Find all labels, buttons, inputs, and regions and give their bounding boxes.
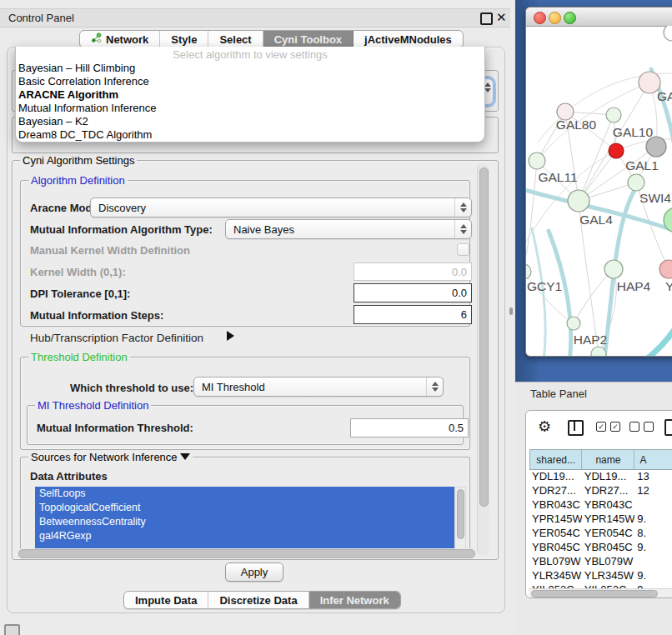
attribute-item-betweennesscentrality[interactable]: BetweennessCentrality bbox=[35, 515, 465, 529]
table-cell[interactable]: YBL079W bbox=[529, 554, 582, 568]
network-node[interactable] bbox=[664, 26, 672, 41]
network-canvas[interactable]: GALGAL80GAL10GAL1GAL11SWI4GAL4GCY1HAP4YH… bbox=[526, 26, 672, 356]
table-cell[interactable]: YBR043C bbox=[529, 498, 582, 512]
dpi-tolerance-field[interactable]: 0.0 bbox=[354, 283, 472, 302]
zoom-traffic-light[interactable] bbox=[564, 12, 576, 24]
tab-jactivemnodules[interactable]: jActiveMNodules bbox=[354, 31, 463, 48]
algorithm-option-aracne-algorithm[interactable]: ARACNE Algorithm bbox=[16, 88, 484, 102]
tab-network[interactable]: Network bbox=[80, 31, 160, 48]
algorithm-option-mutual-information-inference[interactable]: Mutual Information Inference bbox=[16, 102, 484, 115]
table-cell[interactable]: YDR27... bbox=[582, 483, 635, 498]
settings-vscroll-thumb[interactable] bbox=[479, 168, 489, 507]
table-cell[interactable]: YIL053C bbox=[582, 582, 635, 588]
apply-button[interactable]: Apply bbox=[225, 562, 283, 582]
table-row[interactable]: YPR145WYPR145W9. bbox=[529, 512, 672, 526]
table-column-header-name[interactable]: name bbox=[582, 450, 634, 470]
network-node[interactable] bbox=[567, 317, 580, 330]
aracne-mode-combobox[interactable]: Discovery bbox=[90, 198, 472, 218]
tab-select[interactable]: Select bbox=[208, 31, 263, 48]
tab-style[interactable]: Style bbox=[160, 31, 208, 48]
hub-definition-label[interactable]: Hub/Transcription Factor Definition bbox=[30, 332, 203, 344]
table-cell[interactable]: 8. bbox=[634, 526, 672, 540]
network-node[interactable] bbox=[529, 152, 545, 169]
bottom-tab-impute-data[interactable]: Impute Data bbox=[124, 592, 208, 608]
collapse-arrow-icon[interactable] bbox=[180, 453, 190, 460]
table-row[interactable]: YBL079WYBL079W bbox=[529, 554, 672, 568]
table-row[interactable]: YDL19...YDL19...13 bbox=[529, 469, 672, 483]
table-cell[interactable]: YER054C bbox=[582, 526, 635, 540]
table-horizontal-scrollbar[interactable] bbox=[529, 588, 672, 598]
table-cell[interactable]: YIL053C bbox=[529, 582, 582, 588]
table-hscroll-thumb[interactable] bbox=[531, 590, 658, 598]
network-node[interactable] bbox=[526, 264, 531, 279]
network-node[interactable] bbox=[606, 108, 621, 122]
table-row[interactable]: YDR27...YDR27...12 bbox=[529, 483, 672, 498]
attributes-scroll-thumb[interactable] bbox=[457, 489, 464, 539]
attribute-item-topologicalcoefficient[interactable]: TopologicalCoefficient bbox=[35, 501, 465, 515]
network-node[interactable] bbox=[604, 260, 623, 278]
table-cell[interactable]: YBR045C bbox=[582, 540, 635, 554]
algorithm-option-bayesian-k2[interactable]: Bayesian – K2 bbox=[16, 115, 484, 128]
algorithm-option-bayesian-hill-climbing[interactable]: Bayesian – Hill Climbing bbox=[16, 62, 484, 75]
close-icon[interactable]: ✕ bbox=[496, 10, 507, 25]
settings-horizontal-scrollbar[interactable] bbox=[17, 548, 477, 558]
panel-divider-grip[interactable] bbox=[509, 308, 513, 315]
select-all-checks-icon[interactable]: ✓✓ bbox=[596, 422, 620, 432]
algorithm-option-dream8-dc-tdc-algorithm[interactable]: Dream8 DC_TDC Algorithm bbox=[16, 128, 484, 142]
tab-cyni-toolbox[interactable]: Cyni Toolbox bbox=[263, 31, 354, 48]
gear-icon[interactable]: ⚙ bbox=[538, 418, 551, 436]
table-column-header-shared[interactable]: shared... bbox=[530, 450, 582, 470]
table-column-header-a[interactable]: A bbox=[634, 450, 672, 470]
minimized-panel-icon[interactable] bbox=[4, 624, 20, 635]
manual-kernel-width-checkbox[interactable] bbox=[457, 243, 469, 256]
table-cell[interactable]: 9 bbox=[634, 582, 672, 588]
table-cell[interactable]: 9. bbox=[634, 540, 672, 554]
bottom-tab-discretize-data[interactable]: Discretize Data bbox=[208, 592, 308, 608]
bottom-tab-infer-network[interactable]: Infer Network bbox=[309, 592, 400, 608]
which-threshold-combobox[interactable]: MI Threshold bbox=[193, 377, 444, 397]
mi-threshold-field[interactable]: 0.5 bbox=[350, 418, 469, 438]
network-node[interactable] bbox=[659, 260, 672, 278]
network-node[interactable] bbox=[568, 190, 589, 212]
table-cell[interactable]: YLR345W bbox=[582, 568, 635, 582]
table-cell[interactable]: YDL19... bbox=[582, 469, 635, 483]
settings-hscroll-thumb[interactable] bbox=[18, 549, 475, 558]
algorithm-option-basic-correlation-inference[interactable]: Basic Correlation Inference bbox=[16, 75, 484, 88]
attribute-item-gal4rgexp[interactable]: gal4RGexp bbox=[35, 529, 465, 543]
mi-algorithm-type-combobox[interactable]: Naive Bayes bbox=[225, 219, 472, 239]
kernel-width-field[interactable]: 0.0 bbox=[354, 262, 472, 281]
settings-vertical-scrollbar[interactable] bbox=[477, 163, 489, 555]
network-node[interactable] bbox=[646, 137, 666, 157]
table-cell[interactable] bbox=[634, 498, 672, 512]
export-table-icon[interactable] bbox=[664, 419, 672, 436]
close-traffic-light[interactable] bbox=[534, 12, 546, 24]
deselect-all-checks-icon[interactable] bbox=[629, 422, 654, 432]
mi-steps-field[interactable]: 6 bbox=[354, 305, 472, 324]
float-window-icon[interactable] bbox=[480, 12, 493, 25]
table-cell[interactable]: YBR045C bbox=[529, 540, 582, 554]
table-row[interactable]: YER054CYER054C8. bbox=[529, 526, 672, 540]
table-cell[interactable]: 9. bbox=[634, 568, 672, 582]
table-row[interactable]: YLR345WYLR345W9. bbox=[529, 568, 672, 582]
table-cell[interactable]: YLR345W bbox=[529, 568, 582, 582]
attributes-scrollbar[interactable] bbox=[454, 487, 466, 550]
table-cell[interactable]: YPR145W bbox=[582, 512, 635, 526]
table-row[interactable]: YBR045CYBR045C9. bbox=[529, 540, 672, 554]
attribute-item-selfloops[interactable]: SelfLoops bbox=[35, 487, 465, 501]
network-node[interactable] bbox=[628, 174, 644, 191]
table-cell[interactable]: YER054C bbox=[529, 526, 582, 540]
table-cell[interactable]: YBR043C bbox=[582, 498, 635, 512]
table-cell[interactable] bbox=[634, 554, 672, 568]
table-cell[interactable]: 12 bbox=[634, 483, 672, 498]
columns-icon[interactable] bbox=[568, 420, 584, 436]
table-cell[interactable]: YDL19... bbox=[529, 469, 582, 483]
table-row[interactable]: YBR043CYBR043C bbox=[529, 498, 672, 512]
table-cell[interactable]: YBL079W bbox=[582, 554, 635, 568]
network-node[interactable] bbox=[609, 143, 624, 158]
table-row[interactable]: YIL053CYIL053C9 bbox=[529, 582, 672, 588]
expand-arrow-icon[interactable] bbox=[227, 331, 234, 341]
table-cell[interactable]: 13 bbox=[634, 469, 672, 483]
table-cell[interactable]: YPR145W bbox=[529, 512, 582, 526]
table-cell[interactable]: 9. bbox=[634, 512, 672, 526]
network-window-titlebar[interactable] bbox=[526, 8, 672, 27]
